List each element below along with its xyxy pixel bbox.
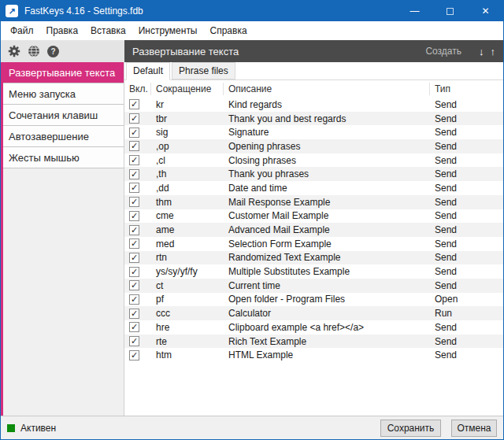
description-cell: Clipboard example <a href></a> (224, 322, 430, 333)
enabled-checkbox[interactable]: ✓ (129, 113, 139, 124)
enabled-checkbox[interactable]: ✓ (129, 267, 139, 277)
column-header-abbreviation[interactable]: Сокращение (151, 83, 224, 95)
column-header-enabled[interactable]: Вкл. (124, 83, 151, 95)
tab[interactable]: Phrase files (172, 62, 235, 79)
enabled-checkbox[interactable]: ✓ (129, 99, 139, 109)
description-cell: Randomized Text Example (224, 252, 430, 263)
enabled-checkbox[interactable]: ✓ (129, 183, 139, 193)
table-row[interactable]: ✓ ys/sy/yf/fy Multiple Substitutes Examp… (124, 264, 503, 279)
table-row[interactable]: ✓ rtn Randomized Text Example Send (124, 251, 503, 265)
sidebar-item[interactable]: Меню запуска (3, 83, 124, 105)
menu-item[interactable]: Правка (40, 22, 85, 39)
help-icon[interactable]: ? (47, 46, 59, 57)
abbreviation-cell: ct (151, 280, 224, 291)
type-cell: Send (430, 280, 503, 291)
enabled-checkbox[interactable]: ✓ (129, 169, 139, 179)
move-up-button[interactable]: ↑ (491, 46, 496, 57)
table-row[interactable]: ✓ kr Kind regards Send (124, 98, 503, 112)
enabled-checkbox[interactable]: ✓ (129, 141, 139, 151)
menu-item[interactable]: Вставка (84, 22, 132, 39)
create-button[interactable]: Создать (425, 46, 461, 57)
status-label: Активен (20, 423, 380, 434)
sidebar-item[interactable]: Жесты мышью (3, 147, 124, 168)
table-row[interactable]: ✓ ,cl Closing phrases Send (124, 153, 503, 168)
enabled-cell: ✓ (124, 183, 151, 193)
table-row[interactable]: ✓ cme Customer Mail Example Send (124, 209, 503, 224)
sidebar-item[interactable]: Автозавершение (3, 126, 124, 147)
minimize-button[interactable]: — (397, 1, 432, 21)
checkmark-icon: ✓ (131, 295, 138, 304)
enabled-checkbox[interactable]: ✓ (129, 280, 139, 290)
move-down-button[interactable]: ↓ (479, 46, 484, 57)
checkmark-icon: ✓ (131, 156, 138, 165)
abbreviation-cell: ,dd (151, 183, 224, 194)
table-row[interactable]: ✓ ct Current time Send (124, 279, 503, 293)
table-row[interactable]: ✓ ,th Thank you phrases Send (124, 167, 503, 181)
table-body: ✓ kr Kind regards Send ✓ (124, 98, 503, 416)
table-row[interactable]: ✓ med Selection Form Example Send (124, 237, 503, 251)
enabled-checkbox[interactable]: ✓ (129, 211, 139, 221)
menu-item[interactable]: Файл (4, 22, 40, 39)
enabled-checkbox[interactable]: ✓ (129, 350, 139, 361)
maximize-icon (447, 8, 454, 15)
checkmark-icon: ✓ (131, 114, 138, 123)
checkmark-icon: ✓ (131, 281, 138, 290)
enabled-checkbox[interactable]: ✓ (129, 225, 139, 235)
enabled-cell: ✓ (124, 350, 151, 361)
table-row[interactable]: ✓ ccc Calculator Run (124, 306, 503, 320)
checkmark-icon: ✓ (131, 142, 138, 150)
enabled-checkbox[interactable]: ✓ (129, 197, 139, 207)
table-row[interactable]: ✓ sig Signature Send (124, 125, 503, 139)
settings-gear-icon[interactable] (8, 45, 20, 57)
enabled-checkbox[interactable]: ✓ (129, 309, 139, 319)
table-row[interactable]: ✓ hre Clipboard example <a href></a> Sen… (124, 320, 503, 335)
description-cell: Signature (224, 127, 430, 138)
table-row[interactable]: ✓ thm Mail Response Example Send (124, 195, 503, 209)
abbreviation-cell: rte (151, 336, 224, 347)
checkmark-icon: ✓ (131, 323, 138, 331)
type-cell: Send (430, 197, 503, 208)
enabled-checkbox[interactable]: ✓ (129, 294, 139, 305)
status-bar: Активен Сохранить Отмена (1, 416, 503, 439)
table-row[interactable]: ✓ htm HTML Example Send (124, 348, 503, 362)
checkmark-icon: ✓ (131, 170, 138, 179)
cancel-button[interactable]: Отмена (451, 420, 497, 437)
language-globe-icon[interactable] (28, 45, 40, 57)
table-row[interactable]: ✓ tbr Thank you and best regards Send (124, 112, 503, 126)
checkmark-icon: ✓ (131, 253, 138, 262)
save-button[interactable]: Сохранить (380, 420, 441, 437)
menu-item[interactable]: Справка (204, 22, 254, 39)
column-header-type[interactable]: Тип (430, 83, 503, 95)
enabled-checkbox[interactable]: ✓ (129, 322, 139, 332)
enabled-cell: ✓ (124, 128, 151, 138)
enabled-cell: ✓ (124, 294, 151, 305)
abbreviation-cell: ccc (151, 308, 224, 319)
table-row[interactable]: ✓ ,op Opening phrases Send (124, 139, 503, 153)
enabled-cell: ✓ (124, 238, 151, 249)
type-cell: Send (430, 183, 503, 194)
abbreviation-cell: tbr (151, 113, 224, 124)
table-row[interactable]: ✓ pf Open folder - Program Files Open (124, 293, 503, 307)
enabled-checkbox[interactable]: ✓ (129, 253, 139, 263)
enabled-cell: ✓ (124, 253, 151, 263)
table-row[interactable]: ✓ ,dd Date and time Send (124, 181, 503, 195)
sidebar-item[interactable]: Развертывание текста (3, 62, 124, 83)
enabled-checkbox[interactable]: ✓ (129, 336, 139, 346)
window-title: FastKeys 4.16 - Settings.fdb (24, 6, 397, 17)
table-row[interactable]: ✓ ame Advanced Mail Example Send (124, 223, 503, 237)
table-row[interactable]: ✓ rte Rich Text Example Send (124, 335, 503, 349)
tab[interactable]: Default (126, 62, 170, 80)
abbreviation-cell: cme (151, 210, 224, 221)
menu-item[interactable]: Инструменты (132, 22, 204, 39)
column-header-description[interactable]: Описание (224, 83, 430, 95)
close-button[interactable]: ✕ (468, 1, 503, 21)
enabled-checkbox[interactable]: ✓ (129, 238, 139, 249)
sidebar-item[interactable]: Сочетания клавиш (3, 105, 124, 126)
sidebar: Развертывание текста Меню запуска Сочета… (1, 62, 124, 416)
enabled-checkbox[interactable]: ✓ (129, 128, 139, 138)
maximize-button[interactable] (432, 1, 468, 21)
app-window: ↗ FastKeys 4.16 - Settings.fdb — ✕ Файл … (0, 0, 504, 440)
enabled-checkbox[interactable]: ✓ (129, 155, 139, 165)
type-cell: Send (430, 210, 503, 221)
main-panel: Default Phrase files Вкл. Сокращение Опи… (124, 62, 503, 416)
